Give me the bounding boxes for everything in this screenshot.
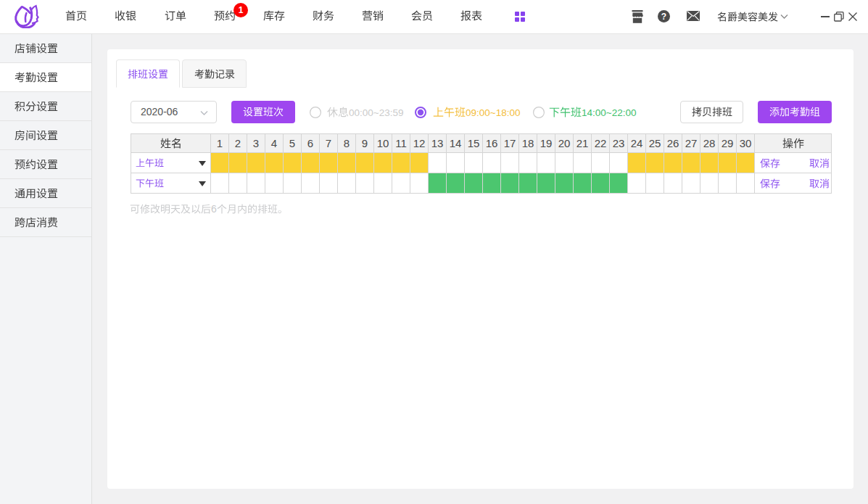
svg-text:?: ? (661, 12, 666, 22)
